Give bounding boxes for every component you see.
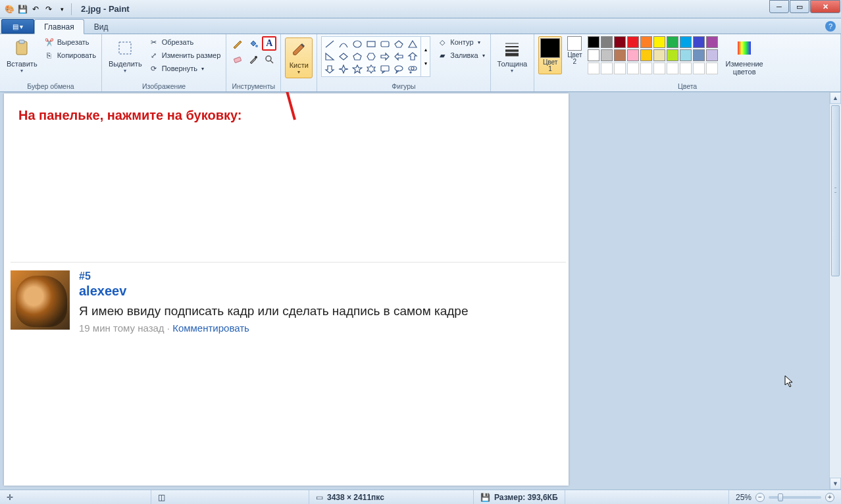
custom-color-slot[interactable] [667,63,678,74]
custom-color-slot[interactable] [706,63,718,74]
color1-button[interactable]: Цвет 1 [538,36,562,74]
save-icon[interactable]: 💾 [17,4,28,14]
shape-diamond[interactable] [337,51,350,63]
custom-color-slot[interactable] [653,63,665,74]
shapes-gallery[interactable] [321,36,421,77]
color2-button[interactable]: Цвет 2 [567,36,582,65]
picker-tool[interactable] [246,52,261,66]
color-swatch[interactable] [614,49,626,61]
color-swatch[interactable] [601,49,613,61]
zoom-slider[interactable] [769,496,821,499]
color-swatch[interactable] [667,36,678,48]
color-swatch[interactable] [588,36,599,48]
color-swatch[interactable] [680,36,692,48]
scroll-up-button[interactable]: ▲ [830,92,841,104]
select-button[interactable]: Выделить ▾ [106,36,145,75]
group-label-shapes: Фигуры [321,81,486,91]
custom-color-slot[interactable] [693,63,705,74]
crop-button[interactable]: ✂Обрезать [147,36,222,48]
shape-fill-button[interactable]: ▰Заливка▾ [436,49,486,61]
custom-color-slot[interactable] [680,63,692,74]
shape-outline-button[interactable]: ◇Контур▾ [436,36,486,48]
shape-polygon[interactable] [392,38,405,50]
tab-home[interactable]: Главная [34,19,84,34]
maximize-button[interactable]: ▭ [790,0,809,13]
shape-pentagon[interactable] [351,51,364,63]
undo-icon[interactable]: ↶ [30,4,41,14]
pencil-tool[interactable] [230,36,245,51]
color-swatch[interactable] [588,49,599,61]
zoom-in-button[interactable]: + [825,493,834,502]
edit-colors-icon [734,38,755,59]
shape-triangle[interactable] [406,38,419,50]
custom-color-slot[interactable] [601,63,613,74]
shape-rtriangle[interactable] [323,51,336,63]
canvas[interactable]: На панельке, нажмите на буковку: #5 alex… [4,93,569,486]
shapes-more-button[interactable]: ▴ ▾ [421,36,430,77]
rotate-button[interactable]: ⟳Повернуть▾ [147,63,222,74]
shape-line[interactable] [323,38,336,50]
annotation-text: На панельке, нажмите на буковку: [18,108,242,123]
color-swatch[interactable] [706,49,718,61]
shape-rect[interactable] [365,38,378,50]
text-tool[interactable]: A [262,36,276,51]
custom-color-slot[interactable] [640,63,652,74]
scroll-thumb[interactable] [831,105,840,276]
color-swatch[interactable] [693,36,705,48]
shape-star4[interactable] [337,63,350,75]
comment-action-link[interactable]: Комментировать [172,322,249,334]
comment-username[interactable]: alexeev [79,284,469,299]
tab-view[interactable]: Вид [84,19,118,34]
zoom-handle[interactable] [778,493,783,501]
shape-star5[interactable] [351,63,364,75]
color-swatch[interactable] [680,49,692,61]
color-swatch[interactable] [614,36,626,48]
paste-button[interactable]: Вставить ▾ [4,36,40,75]
resize-icon: ⤢ [149,50,159,61]
custom-color-slot[interactable] [614,63,626,74]
custom-color-slot[interactable] [588,63,599,74]
custom-color-slot[interactable] [627,63,639,74]
shape-callout-oval[interactable] [392,63,405,75]
color-swatch[interactable] [627,36,639,48]
shape-roundrect[interactable] [378,38,392,50]
color-swatch[interactable] [706,36,718,48]
vertical-scrollbar[interactable]: ▲ ▼ [829,92,841,490]
color-swatch[interactable] [640,49,652,61]
edit-colors-button[interactable]: Изменение цветов [723,36,766,77]
shape-callout-cloud[interactable] [406,63,419,75]
shape-arrow-r[interactable] [378,51,392,63]
shape-oval[interactable] [351,38,364,50]
close-button[interactable]: ✕ [810,0,840,13]
color-swatch[interactable] [627,49,639,61]
shape-star6[interactable] [365,63,378,75]
shape-curve[interactable] [337,38,350,50]
minimize-button[interactable]: ─ [769,0,789,13]
file-tab[interactable]: ▤ ▾ [1,19,34,34]
shape-arrow-l[interactable] [392,51,405,63]
shape-hexagon[interactable] [365,51,378,63]
shape-arrow-d[interactable] [323,63,336,75]
resize-button[interactable]: ⤢Изменить размер [147,49,222,61]
scroll-down-button[interactable]: ▼ [830,478,841,490]
magnifier-tool[interactable] [262,52,276,66]
color-swatch[interactable] [653,36,665,48]
shape-arrow-u[interactable] [406,51,419,63]
color-swatch[interactable] [693,49,705,61]
eraser-tool[interactable] [230,52,245,66]
color-swatch[interactable] [601,36,613,48]
color-swatch[interactable] [653,49,665,61]
size-button[interactable]: Толщина ▾ [495,36,530,75]
shape-callout-rect[interactable] [378,63,392,75]
brushes-button[interactable]: Кисти ▾ [285,38,313,78]
cut-button[interactable]: ✂️Вырезать [43,36,97,48]
fill-tool[interactable] [246,36,261,51]
copy-button[interactable]: ⎘Копировать [43,49,97,61]
qat-dropdown-icon[interactable]: ▾ [57,4,67,14]
color-swatch[interactable] [640,36,652,48]
redo-icon[interactable]: ↷ [43,4,54,14]
color-swatch[interactable] [667,49,678,61]
svg-line-32 [280,92,295,120]
zoom-out-button[interactable]: − [755,493,765,502]
help-icon[interactable]: ? [825,21,836,32]
